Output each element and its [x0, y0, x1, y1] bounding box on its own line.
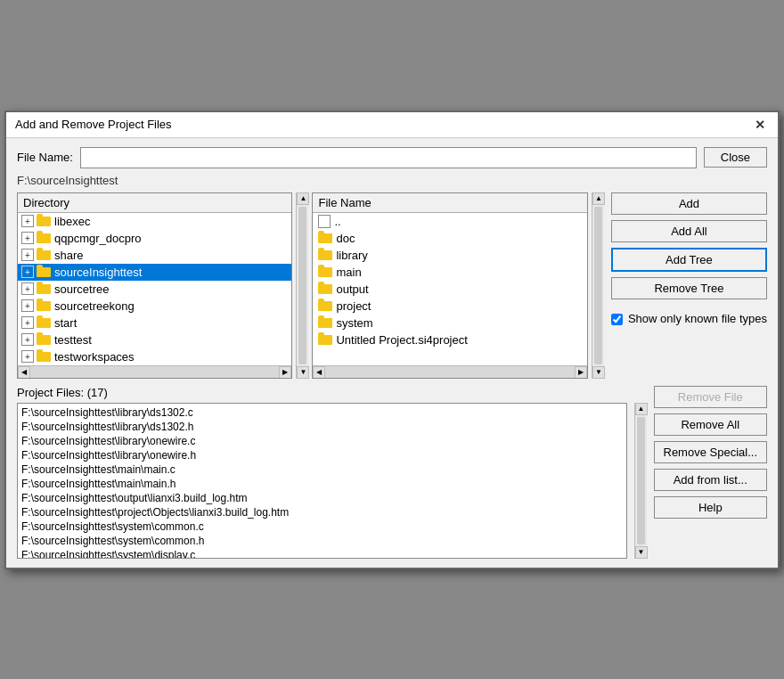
show-known-types-checkbox[interactable]: [611, 314, 623, 325]
folder-icon: [318, 233, 332, 243]
pf-scroll-down[interactable]: ▼: [635, 546, 648, 559]
project-file-item[interactable]: F:\sourceInsighttest\library\ds1302.h: [21, 420, 623, 434]
project-file-item[interactable]: F:\sourceInsighttest\library\onewire.h: [21, 448, 623, 462]
show-known-types-label: Show only known file types: [628, 312, 767, 327]
project-files-section: Project Files: (17) F:\sourceInsighttest…: [17, 386, 627, 559]
filename-hscroll: ◀ ▶: [313, 365, 586, 378]
filename-item[interactable]: main: [313, 264, 586, 281]
help-button[interactable]: Help: [654, 496, 768, 519]
dir-scroll-down[interactable]: ▼: [297, 366, 309, 379]
project-file-item[interactable]: F:\sourceInsighttest\project\Objects\lia…: [21, 505, 623, 519]
directory-item[interactable]: +qqpcmgr_docpro: [18, 230, 291, 247]
pf-scroll-up[interactable]: ▲: [635, 403, 648, 415]
fn-hscroll-left[interactable]: ◀: [313, 366, 325, 379]
folder-icon: [37, 335, 51, 345]
filename-panel: File Name ..doclibrarymainoutputprojects…: [312, 192, 587, 379]
directory-item[interactable]: +testworkspaces: [18, 348, 291, 365]
pf-scroll-thumb[interactable]: [637, 417, 645, 544]
filename-item-label: Untitled Project.si4project: [336, 333, 467, 347]
directory-item-label: sourceInsighttest: [54, 266, 142, 279]
add-from-list-button[interactable]: Add from list...: [654, 469, 768, 491]
add-all-button[interactable]: Add All: [611, 220, 767, 242]
file-name-input[interactable]: [80, 147, 697, 168]
bottom-row: Project Files: (17) F:\sourceInsighttest…: [17, 386, 767, 559]
expand-icon[interactable]: +: [21, 333, 34, 346]
directory-panel: Directory +libexec+qqpcmgr_docpro+share+…: [17, 192, 292, 379]
expand-icon[interactable]: +: [21, 215, 34, 227]
filename-panel-content[interactable]: ..doclibrarymainoutputprojectsystemUntit…: [313, 213, 586, 365]
fn-scroll-up[interactable]: ▲: [592, 192, 605, 205]
filename-item[interactable]: system: [313, 315, 586, 331]
add-remove-dialog: Add and Remove Project Files ✕ File Name…: [4, 110, 780, 569]
folder-icon: [318, 301, 332, 311]
directory-item[interactable]: +start: [18, 315, 291, 331]
directory-item[interactable]: +libexec: [18, 213, 291, 230]
project-file-item[interactable]: F:\sourceInsighttest\library\onewire.c: [21, 434, 623, 448]
project-files-list[interactable]: F:\sourceInsighttest\library\ds1302.cF:\…: [17, 403, 627, 559]
project-files-vscroll[interactable]: ▲ ▼: [634, 403, 647, 559]
project-file-item[interactable]: F:\sourceInsighttest\system\common.h: [21, 534, 623, 548]
folder-icon: [318, 335, 332, 345]
directory-item[interactable]: +sourcetree: [18, 281, 291, 298]
project-file-item[interactable]: F:\sourceInsighttest\main\main.c: [21, 462, 623, 477]
bottom-action-buttons: Remove File Remove All Remove Special...…: [654, 386, 768, 559]
filename-item-label: main: [336, 266, 361, 279]
dir-scroll-up[interactable]: ▲: [297, 192, 309, 205]
filename-item-label: doc: [336, 232, 355, 245]
project-file-item[interactable]: F:\sourceInsighttest\system\common.c: [21, 519, 623, 534]
folder-icon: [37, 250, 51, 260]
fn-scroll-thumb[interactable]: [594, 207, 602, 364]
project-files-header: Project Files: (17): [17, 386, 627, 399]
directory-item-label: qqpcmgr_docpro: [54, 232, 142, 245]
expand-icon[interactable]: +: [21, 232, 34, 244]
title-close-button[interactable]: ✕: [751, 118, 769, 132]
hscroll-left[interactable]: ◀: [18, 366, 30, 379]
hscroll-right[interactable]: ▶: [279, 366, 291, 379]
directory-panel-content[interactable]: +libexec+qqpcmgr_docpro+share+sourceInsi…: [18, 213, 291, 365]
fn-scroll-down[interactable]: ▼: [592, 366, 605, 379]
remove-special-button[interactable]: Remove Special...: [654, 441, 768, 463]
filename-item[interactable]: Untitled Project.si4project: [313, 331, 586, 348]
file-name-row: File Name: Close: [17, 147, 767, 168]
dir-scroll-thumb[interactable]: [298, 207, 306, 364]
panels-row: Directory +libexec+qqpcmgr_docpro+share+…: [17, 192, 767, 379]
fn-hscroll-right[interactable]: ▶: [575, 366, 587, 379]
directory-item[interactable]: +sourceInsighttest: [18, 264, 291, 281]
folder-icon: [37, 284, 51, 294]
project-file-item[interactable]: F:\sourceInsighttest\system\display.c: [21, 548, 623, 559]
directory-item[interactable]: +share: [18, 247, 291, 264]
expand-icon[interactable]: +: [21, 316, 34, 329]
close-button[interactable]: Close: [704, 147, 767, 168]
filename-item-label: library: [336, 249, 367, 262]
directory-vscroll[interactable]: ▲ ▼: [296, 192, 308, 379]
expand-icon[interactable]: +: [21, 350, 34, 363]
filename-item-label: ..: [334, 215, 340, 228]
filename-item[interactable]: project: [313, 298, 586, 315]
directory-item[interactable]: +sourcetreekong: [18, 298, 291, 315]
expand-icon[interactable]: +: [21, 299, 34, 312]
filename-vscroll[interactable]: ▲ ▼: [592, 192, 604, 379]
filename-panel-header: File Name: [313, 193, 586, 213]
remove-all-button[interactable]: Remove All: [654, 413, 768, 436]
show-known-types-row: Show only known file types: [611, 312, 767, 327]
dialog-body: File Name: Close F:\sourceInsighttest Di…: [6, 138, 778, 568]
expand-icon[interactable]: +: [21, 282, 34, 295]
add-button[interactable]: Add: [611, 192, 767, 215]
filename-item[interactable]: library: [313, 247, 586, 264]
add-tree-button[interactable]: Add Tree: [611, 248, 767, 272]
expand-icon[interactable]: +: [21, 266, 34, 278]
remove-tree-button[interactable]: Remove Tree: [611, 277, 767, 299]
project-file-item[interactable]: F:\sourceInsighttest\library\ds1302.c: [21, 405, 623, 420]
project-file-item[interactable]: F:\sourceInsighttest\output\lianxi3.buil…: [21, 491, 623, 505]
folder-icon: [37, 301, 51, 311]
expand-icon[interactable]: +: [21, 249, 34, 261]
filename-item[interactable]: output: [313, 281, 586, 298]
directory-hscroll: ◀ ▶: [18, 365, 291, 378]
directory-panel-header: Directory: [18, 193, 291, 213]
project-file-item[interactable]: F:\sourceInsighttest\main\main.h: [21, 477, 623, 491]
folder-icon: [37, 352, 51, 362]
filename-item[interactable]: doc: [313, 230, 586, 247]
filename-item[interactable]: ..: [313, 213, 586, 230]
remove-file-button[interactable]: Remove File: [654, 386, 768, 408]
directory-item[interactable]: +testtest: [18, 331, 291, 348]
